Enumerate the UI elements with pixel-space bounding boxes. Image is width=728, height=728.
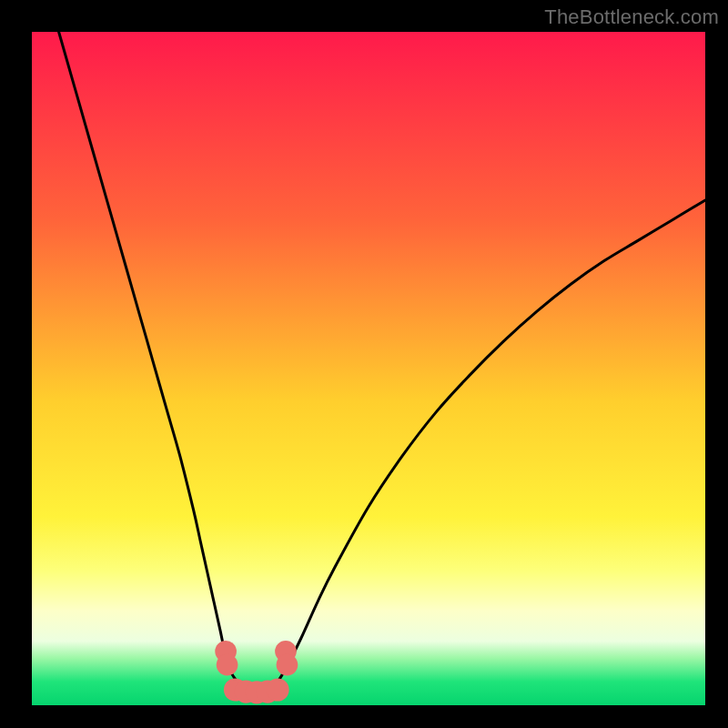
watermark-text: TheBottleneck.com (544, 5, 719, 29)
plot-area (32, 32, 705, 705)
marker-dot (217, 654, 238, 676)
gradient-background (32, 32, 705, 705)
chart-svg (32, 32, 705, 705)
chart-frame: TheBottleneck.com (0, 0, 728, 728)
marker-dot (277, 654, 298, 676)
marker-dot (267, 678, 289, 701)
